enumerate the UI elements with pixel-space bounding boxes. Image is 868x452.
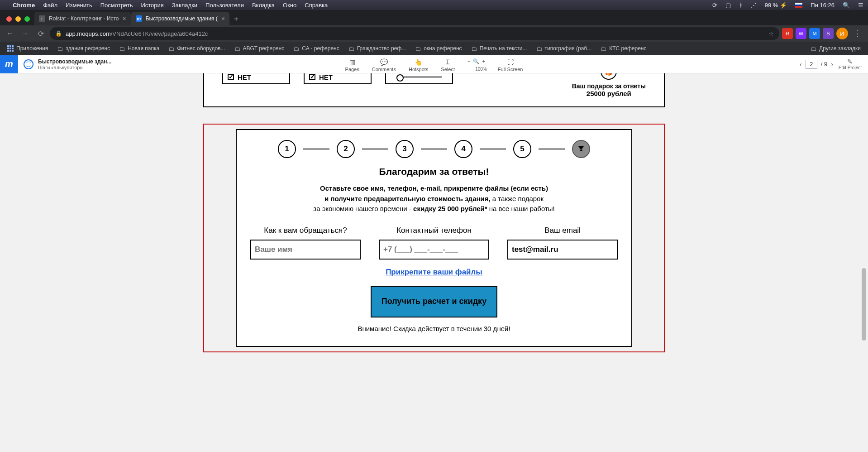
chrome-menu-icon[interactable]: ⋮ <box>851 29 864 38</box>
menu-view[interactable]: Посмотреть <box>100 2 133 9</box>
tool-hotspots[interactable]: 👆Hotspots <box>409 58 428 72</box>
folder-icon: 🗀 <box>234 45 240 52</box>
folder-icon: 🗀 <box>811 45 816 52</box>
vertical-scrollbar[interactable] <box>861 73 867 452</box>
url-path: /VNdAcUe6TK/view/page/a604a412c <box>111 30 208 37</box>
option-box[interactable]: НЕТ <box>222 73 290 84</box>
status-menu-icon[interactable]: ☰ <box>858 2 863 9</box>
tool-zoom[interactable]: − 🔍 + 100% <box>467 58 485 64</box>
tool-pages[interactable]: ▥Pages <box>345 58 359 72</box>
name-input[interactable] <box>250 240 361 260</box>
option-box[interactable]: НЕТ <box>304 73 372 84</box>
email-input[interactable] <box>507 240 618 260</box>
folder-icon: 🗀 <box>119 45 125 52</box>
page-next-button[interactable]: › <box>831 61 833 68</box>
menubar-app[interactable]: Chrome <box>13 2 35 9</box>
tab-close-icon[interactable]: × <box>221 15 225 22</box>
pencil-icon: ✎ <box>847 58 853 65</box>
menu-file[interactable]: Файл <box>43 2 57 9</box>
bookmark-other[interactable]: 🗀Другие закладки <box>807 43 864 54</box>
favicon-roistat-icon: r <box>39 15 45 22</box>
trophy-icon <box>577 145 585 153</box>
bookmark-folder[interactable]: 🗀ABGT референс <box>231 43 288 54</box>
profile-avatar[interactable]: И <box>836 28 848 39</box>
name-field: Как к вам обращаться? <box>250 226 361 260</box>
menu-history[interactable]: История <box>141 2 163 9</box>
bookmark-folder[interactable]: 🗀типография (раб... <box>533 43 596 54</box>
address-bar[interactable]: 🔒 app.moqups.com/VNdAcUe6TK/view/page/a6… <box>50 27 779 40</box>
selection-frame: 1 2 3 4 5 Благодарим за ответы! Оставьте… <box>203 124 665 352</box>
zoom-out-icon[interactable]: − <box>467 58 470 64</box>
bookmark-folder[interactable]: 🗀Гражданство реф... <box>345 43 410 54</box>
gift-icon: 🎁 <box>601 73 617 80</box>
upper-step-card: НЕТ НЕТ 🎁 Ваш подарок за ответы 25000 ру… <box>203 73 665 107</box>
status-battery[interactable]: 99 % ⚡ <box>765 2 787 9</box>
folder-icon: 🗀 <box>293 45 299 52</box>
bookmark-folder[interactable]: 🗀CA - референс <box>290 43 343 54</box>
gift-badge: 🎁 Ваш подарок за ответы 25000 рублей <box>572 73 646 97</box>
menu-help[interactable]: Справка <box>305 2 328 9</box>
status-bluetooth-icon[interactable]: ᚼ <box>739 2 743 9</box>
status-input-flag-icon[interactable] <box>795 3 802 8</box>
page-total: / 9 <box>821 61 827 67</box>
comments-icon: 💬 <box>380 58 388 66</box>
zoom-in-icon[interactable]: + <box>482 58 485 64</box>
bookmark-folder[interactable]: 🗀здания референс <box>53 43 114 54</box>
bookmark-folder[interactable]: 🗀КТС референс <box>597 43 650 54</box>
menu-window[interactable]: Окно <box>283 2 296 9</box>
step-1: 1 <box>278 140 296 158</box>
menu-users[interactable]: Пользователи <box>205 2 244 9</box>
window-close-icon[interactable] <box>6 16 12 22</box>
tool-select[interactable]: ᏆSelect <box>441 58 455 72</box>
nav-forward-button[interactable]: → <box>19 27 32 40</box>
bookmark-folder[interactable]: 🗀Печать на тексти... <box>467 43 531 54</box>
status-clock[interactable]: Пн 16:26 <box>811 2 835 9</box>
edit-project-button[interactable]: ✎Edit Project <box>839 58 862 70</box>
tool-comments[interactable]: 💬Comments <box>372 58 396 72</box>
extension-icon[interactable]: M <box>809 28 820 39</box>
project-title: Быстровозводимые здан... <box>38 58 111 65</box>
nav-back-button[interactable]: ← <box>4 27 16 40</box>
tab-roistat[interactable]: r Roistat - Коллтрекинг - Исто × <box>34 12 131 25</box>
folder-icon: 🗀 <box>57 45 63 52</box>
tab-close-icon[interactable]: × <box>123 15 126 22</box>
new-tab-button[interactable]: + <box>230 13 243 25</box>
name-label: Как к вам обращаться? <box>250 226 361 235</box>
page-prev-button[interactable]: ‹ <box>800 61 802 68</box>
folder-icon: 🗀 <box>536 45 542 52</box>
bookmark-folder[interactable]: 🗀Фитнес оборудов... <box>165 43 229 54</box>
extension-icon[interactable]: R <box>782 28 793 39</box>
folder-icon: 🗀 <box>601 45 606 52</box>
step-5: 5 <box>513 140 531 158</box>
bookmarks-bar: Приложения 🗀здания референс 🗀Новая папка… <box>0 42 868 55</box>
window-zoom-icon[interactable] <box>24 16 30 22</box>
menu-edit[interactable]: Изменить <box>66 2 92 9</box>
bookmark-folder[interactable]: 🗀Новая папка <box>115 43 163 54</box>
page-number-input[interactable] <box>806 60 817 69</box>
bookmark-folder[interactable]: 🗀окна референс <box>411 43 465 54</box>
slider-box[interactable] <box>385 73 453 84</box>
status-update-icon[interactable]: ⟳ <box>712 2 717 9</box>
extension-icon[interactable]: S <box>823 28 834 39</box>
bookmark-star-icon[interactable]: ☆ <box>768 30 774 37</box>
moqups-canvas[interactable]: НЕТ НЕТ 🎁 Ваш подарок за ответы 25000 ру… <box>0 73 868 452</box>
menu-bookmarks[interactable]: Закладки <box>172 2 197 9</box>
window-minimize-icon[interactable] <box>15 16 21 22</box>
submit-button[interactable]: Получить расчет и скидку <box>371 286 497 317</box>
phone-input[interactable] <box>379 240 489 260</box>
status-airplay-icon[interactable]: ▢ <box>725 2 731 9</box>
moqups-logo-icon[interactable]: m <box>0 55 18 73</box>
pages-icon: ▥ <box>349 58 355 66</box>
nav-reload-button[interactable]: ⟳ <box>34 27 47 40</box>
extension-icon[interactable]: W <box>796 28 806 39</box>
scrollbar-thumb[interactable] <box>862 268 866 341</box>
tool-fullscreen[interactable]: ⛶Full Screen <box>498 58 523 72</box>
status-spotlight-icon[interactable]: 🔍 <box>843 2 850 9</box>
tab-moqups[interactable]: m Быстровозводимые здания ( × <box>131 12 229 25</box>
email-label: Ваш email <box>507 226 618 235</box>
folder-icon: 🗀 <box>348 45 354 52</box>
bookmark-apps[interactable]: Приложения <box>4 43 52 53</box>
status-wifi-icon[interactable]: ⋰ <box>751 2 757 9</box>
menu-tab[interactable]: Вкладка <box>252 2 275 9</box>
attach-files-link[interactable]: Прикрепите ваши файлы <box>250 268 618 277</box>
